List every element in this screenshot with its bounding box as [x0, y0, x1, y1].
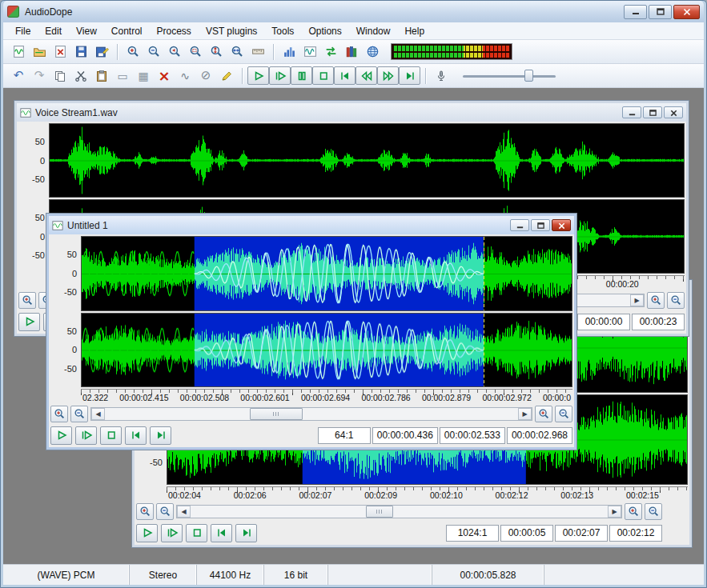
zoom-vertical-in-button[interactable] — [206, 42, 227, 62]
zoom-vertical-out-button[interactable] — [227, 42, 247, 62]
zoom-in-button[interactable] — [18, 292, 36, 309]
voice-window-title-bar[interactable]: Voice Stream1.wav — [17, 103, 686, 122]
minimize-button[interactable] — [622, 106, 641, 118]
play-button[interactable] — [247, 66, 269, 85]
menu-file[interactable]: File — [8, 24, 38, 38]
zoom-out-button[interactable] — [645, 503, 662, 520]
zoom-in-button[interactable] — [123, 42, 143, 62]
sample-convert-button[interactable] — [320, 42, 341, 62]
maximize-button[interactable] — [649, 5, 672, 19]
menu-options[interactable]: Options — [301, 24, 348, 38]
play-from-cursor-button[interactable] — [269, 66, 291, 85]
record-monitor-button[interactable] — [431, 66, 452, 86]
horizontal-scrollbar[interactable]: ◀ ▶ — [90, 407, 532, 421]
scrollbar-track[interactable] — [191, 506, 608, 518]
stop-button[interactable] — [312, 66, 334, 85]
waveform-display[interactable] — [49, 123, 685, 198]
scroll-left-arrow[interactable]: ◀ — [177, 506, 191, 518]
spectrum-analyzer-button[interactable] — [279, 42, 299, 62]
oscilloscope-button[interactable] — [299, 42, 320, 62]
menu-tools[interactable]: Tools — [264, 24, 301, 38]
close-button[interactable] — [552, 219, 571, 231]
zoom-in-button[interactable] — [647, 292, 665, 309]
horizontal-scrollbar[interactable]: ◀ ▶ — [176, 505, 622, 518]
maximize-button[interactable] — [643, 106, 662, 118]
zoom-in-button[interactable] — [136, 503, 154, 520]
close-button[interactable] — [673, 5, 700, 19]
go-to-end-button[interactable] — [150, 426, 171, 445]
play-button[interactable] — [18, 313, 40, 331]
library-button[interactable] — [341, 42, 362, 62]
untitled-window[interactable]: Untitled 1 50 0 -50 — [46, 214, 576, 450]
menu-process[interactable]: Process — [150, 24, 199, 38]
menu-window[interactable]: Window — [349, 24, 398, 38]
trim-icon: ▭ — [117, 70, 127, 82]
toolbar-slider[interactable] — [463, 69, 556, 83]
zoom-out-button[interactable] — [667, 292, 685, 309]
menu-edit[interactable]: Edit — [38, 24, 69, 38]
paste-button[interactable] — [91, 66, 112, 86]
scrollbar-thumb[interactable] — [366, 506, 393, 518]
marker-button[interactable] — [216, 66, 237, 86]
zoom-in-button[interactable] — [625, 503, 642, 520]
rewind-button[interactable] — [356, 66, 377, 85]
zoom-in-button[interactable] — [50, 406, 68, 422]
zoom-out-button[interactable] — [156, 503, 174, 520]
minimize-button[interactable] — [624, 5, 647, 19]
save-file-button[interactable] — [70, 42, 91, 62]
untitled-window-title-bar[interactable]: Untitled 1 — [49, 216, 574, 234]
ruler-button[interactable] — [247, 42, 268, 62]
go-to-start-button[interactable] — [125, 426, 147, 445]
zoom-previous-button[interactable] — [164, 42, 185, 62]
waveform-display[interactable] — [81, 313, 572, 388]
play-button[interactable] — [50, 426, 72, 445]
copy-button[interactable] — [50, 66, 70, 86]
title-bar[interactable]: AudioDope — [3, 1, 704, 22]
zoom-out-button[interactable] — [143, 42, 164, 62]
go-to-end-button[interactable] — [399, 66, 420, 85]
open-folder-icon — [33, 45, 46, 58]
stop-button[interactable] — [100, 426, 122, 445]
go-to-start-button[interactable] — [211, 524, 232, 542]
menu-vst-plugins[interactable]: VST plugins — [199, 24, 264, 38]
go-to-start-button[interactable] — [334, 66, 356, 85]
select-all-button[interactable]: ▦ — [133, 66, 154, 86]
zoom-out-button[interactable] — [70, 406, 88, 422]
scroll-right-arrow[interactable]: ▶ — [630, 294, 644, 306]
scroll-left-arrow[interactable]: ◀ — [91, 408, 105, 420]
new-file-button[interactable] — [8, 42, 29, 62]
close-file-button[interactable] — [50, 42, 70, 62]
play-from-cursor-button[interactable] — [161, 524, 183, 542]
play-from-cursor-button[interactable] — [75, 426, 97, 445]
zoom-in-button[interactable] — [535, 406, 552, 422]
waveform-display[interactable] — [81, 236, 572, 311]
fast-forward-button[interactable] — [377, 66, 399, 85]
redo-button[interactable]: ↷ — [29, 66, 50, 86]
minimize-button[interactable] — [510, 219, 529, 231]
undo-button[interactable]: ↶ — [8, 66, 29, 86]
menu-view[interactable]: View — [69, 24, 104, 38]
scroll-right-arrow[interactable]: ▶ — [608, 506, 621, 518]
play-button[interactable] — [136, 524, 158, 542]
trim-button[interactable]: ▭ — [112, 66, 133, 86]
go-to-end-button[interactable] — [235, 524, 257, 542]
slider-thumb[interactable] — [524, 70, 533, 82]
menu-help[interactable]: Help — [397, 24, 432, 38]
open-file-button[interactable] — [29, 42, 50, 62]
save-file-as-button[interactable] — [91, 42, 112, 62]
scrollbar-track[interactable] — [105, 408, 518, 420]
zoom-selection-button[interactable] — [185, 42, 206, 62]
maximize-button[interactable] — [531, 219, 550, 231]
scroll-right-arrow[interactable]: ▶ — [518, 408, 532, 420]
cut-button[interactable] — [70, 66, 91, 86]
menu-control[interactable]: Control — [104, 24, 150, 38]
delete-button[interactable]: × — [154, 66, 175, 86]
insert-silence-button[interactable]: ∿ — [175, 66, 195, 86]
close-button[interactable] — [664, 106, 683, 118]
scrollbar-thumb[interactable] — [250, 408, 303, 420]
pause-button[interactable] — [291, 66, 312, 85]
zoom-out-button[interactable] — [555, 406, 572, 422]
web-help-button[interactable] — [362, 42, 383, 62]
mute-button[interactable]: ⊘ — [195, 66, 216, 86]
stop-button[interactable] — [186, 524, 207, 542]
